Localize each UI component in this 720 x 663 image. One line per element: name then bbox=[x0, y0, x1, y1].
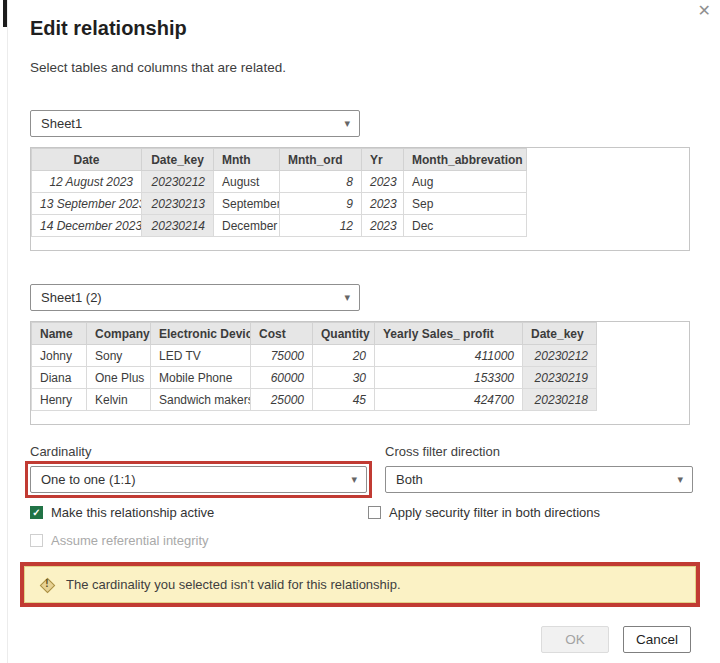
cancel-button[interactable]: Cancel bbox=[623, 626, 691, 653]
table2-preview: NameCompanyElectronic DeviceCostQuantity… bbox=[31, 322, 597, 411]
cross-filter-select-value: Both bbox=[396, 472, 423, 487]
table-row: 13 September 202320230213September92023S… bbox=[32, 193, 527, 215]
chevron-down-icon: ▾ bbox=[351, 472, 357, 485]
table-cell[interactable]: 12 bbox=[280, 215, 362, 237]
table-cell[interactable]: Sep bbox=[404, 193, 527, 215]
table-row: 12 August 202320230212August82023Aug bbox=[32, 171, 527, 193]
checkbox-label: Apply security filter in both directions bbox=[389, 505, 600, 520]
table-cell[interactable]: Mobile Phone bbox=[151, 367, 251, 389]
table-cell[interactable]: 13 September 2023 bbox=[32, 193, 142, 215]
column-header: Month_abbrevation bbox=[404, 149, 527, 171]
warning-banner: ! The cardinality you selected isn’t val… bbox=[24, 566, 696, 603]
table-cell[interactable]: 424700 bbox=[375, 389, 523, 411]
dialog-subtitle: Select tables and columns that are relat… bbox=[30, 60, 286, 75]
table-cell[interactable]: 2023 bbox=[362, 215, 404, 237]
table-cell[interactable]: Henry bbox=[32, 389, 87, 411]
table-cell[interactable]: September bbox=[214, 193, 280, 215]
cardinality-select[interactable]: One to one (1:1) ▾ bbox=[30, 466, 367, 493]
ok-button[interactable]: OK bbox=[541, 626, 609, 653]
table-row: 14 December 202320230214December122023De… bbox=[32, 215, 527, 237]
table-cell[interactable]: Sony bbox=[87, 345, 151, 367]
table-cell[interactable]: Kelvin bbox=[87, 389, 151, 411]
column-header: Name bbox=[32, 323, 87, 345]
column-header: Company bbox=[87, 323, 151, 345]
table2-select[interactable]: Sheet1 (2) ▾ bbox=[30, 284, 360, 311]
checkbox-assume-referential-integrity: Assume referential integrity bbox=[30, 533, 209, 548]
table-cell[interactable]: December bbox=[214, 215, 280, 237]
table1-select[interactable]: Sheet1 ▾ bbox=[30, 110, 360, 137]
table-cell[interactable]: 20230213 bbox=[142, 193, 214, 215]
table-cell[interactable]: August bbox=[214, 171, 280, 193]
table-cell[interactable]: Johny bbox=[32, 345, 87, 367]
table-cell[interactable]: 8 bbox=[280, 171, 362, 193]
checkbox-icon bbox=[30, 534, 43, 547]
table-cell[interactable]: 30 bbox=[313, 367, 375, 389]
table2-preview-panel: NameCompanyElectronic DeviceCostQuantity… bbox=[30, 321, 690, 425]
dialog-left-edge bbox=[7, 0, 8, 663]
edit-relationship-dialog: ✕ Edit relationship Select tables and co… bbox=[0, 0, 720, 663]
column-header: Yr bbox=[362, 149, 404, 171]
table-row: JohnySonyLED TV750002041100020230212 bbox=[32, 345, 597, 367]
table-cell[interactable]: 20230212 bbox=[142, 171, 214, 193]
table-cell[interactable]: 20 bbox=[313, 345, 375, 367]
table-cell[interactable]: 60000 bbox=[251, 367, 313, 389]
table-cell[interactable]: 14 December 2023 bbox=[32, 215, 142, 237]
checkbox-apply-security-filter[interactable]: Apply security filter in both directions bbox=[368, 505, 600, 520]
table-cell[interactable]: 75000 bbox=[251, 345, 313, 367]
column-header: Cost bbox=[251, 323, 313, 345]
cross-filter-label: Cross filter direction bbox=[385, 444, 500, 459]
column-header: Quantity bbox=[313, 323, 375, 345]
table-cell[interactable]: 45 bbox=[313, 389, 375, 411]
table1-preview: DateDate_keyMnthMnth_ordYrMonth_abbrevat… bbox=[31, 148, 527, 237]
table-cell[interactable]: 20230219 bbox=[523, 367, 597, 389]
table-cell[interactable]: 411000 bbox=[375, 345, 523, 367]
table1-preview-panel: DateDate_keyMnthMnth_ordYrMonth_abbrevat… bbox=[30, 147, 690, 251]
checkbox-label: Assume referential integrity bbox=[51, 533, 209, 548]
table-cell[interactable]: 9 bbox=[280, 193, 362, 215]
warning-text: The cardinality you selected isn’t valid… bbox=[66, 577, 401, 592]
cardinality-highlight-frame: One to one (1:1) ▾ bbox=[25, 461, 372, 498]
warning-highlight-frame: ! The cardinality you selected isn’t val… bbox=[20, 562, 700, 607]
page-title: Edit relationship bbox=[30, 17, 187, 40]
checkbox-label: Make this relationship active bbox=[51, 505, 214, 520]
column-header: Date bbox=[32, 149, 142, 171]
chevron-down-icon: ▾ bbox=[677, 472, 683, 485]
checkbox-icon bbox=[368, 506, 381, 519]
column-header: Date_key bbox=[142, 149, 214, 171]
table-cell[interactable]: 20230214 bbox=[142, 215, 214, 237]
close-icon[interactable]: ✕ bbox=[695, 1, 714, 21]
cardinality-label: Cardinality bbox=[30, 444, 91, 459]
table-cell[interactable]: Aug bbox=[404, 171, 527, 193]
table-cell[interactable]: 2023 bbox=[362, 193, 404, 215]
table-cell[interactable]: Sandwich makers bbox=[151, 389, 251, 411]
checkbox-icon: ✓ bbox=[30, 506, 43, 519]
column-header: Yearly Sales_ profit bbox=[375, 323, 523, 345]
table-cell[interactable]: Diana bbox=[32, 367, 87, 389]
chevron-down-icon: ▾ bbox=[344, 290, 350, 303]
chevron-down-icon: ▾ bbox=[344, 116, 350, 129]
table-row: DianaOne PlusMobile Phone600003015330020… bbox=[32, 367, 597, 389]
table-cell[interactable]: Dec bbox=[404, 215, 527, 237]
table-cell[interactable]: 20230212 bbox=[523, 345, 597, 367]
table-row: HenryKelvinSandwich makers25000454247002… bbox=[32, 389, 597, 411]
table-cell[interactable]: One Plus bbox=[87, 367, 151, 389]
checkbox-make-relationship-active[interactable]: ✓ Make this relationship active bbox=[30, 505, 214, 520]
cross-filter-select[interactable]: Both ▾ bbox=[385, 466, 693, 493]
table-cell[interactable]: LED TV bbox=[151, 345, 251, 367]
column-header: Electronic Device bbox=[151, 323, 251, 345]
table-cell[interactable]: 2023 bbox=[362, 171, 404, 193]
table1-select-value: Sheet1 bbox=[41, 116, 82, 131]
column-header: Date_key bbox=[523, 323, 597, 345]
cardinality-select-value: One to one (1:1) bbox=[41, 472, 136, 487]
table2-select-value: Sheet1 (2) bbox=[41, 290, 102, 305]
column-header: Mnth bbox=[214, 149, 280, 171]
table-cell[interactable]: 20230218 bbox=[523, 389, 597, 411]
table-cell[interactable]: 25000 bbox=[251, 389, 313, 411]
warning-icon: ! bbox=[39, 577, 55, 593]
column-header: Mnth_ord bbox=[280, 149, 362, 171]
table-cell[interactable]: 12 August 2023 bbox=[32, 171, 142, 193]
table-cell[interactable]: 153300 bbox=[375, 367, 523, 389]
